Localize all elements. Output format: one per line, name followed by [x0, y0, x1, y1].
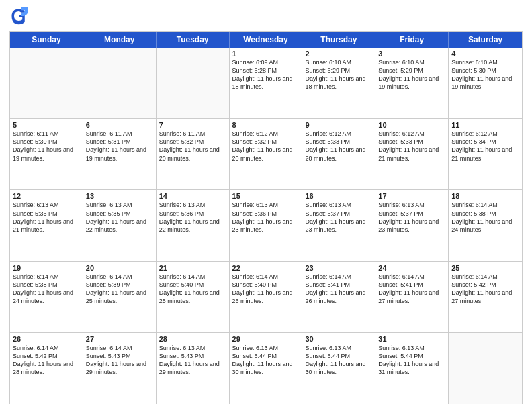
calendar-week-4: 19Sunrise: 6:14 AM Sunset: 5:38 PM Dayli… [10, 262, 522, 333]
day-number: 21 [159, 264, 226, 272]
calendar-day-10: 10Sunrise: 6:12 AM Sunset: 5:33 PM Dayli… [375, 119, 449, 189]
calendar-day-14: 14Sunrise: 6:13 AM Sunset: 5:36 PM Dayli… [157, 190, 230, 261]
day-info: Sunrise: 6:09 AM Sunset: 5:28 PM Dayligh… [232, 58, 300, 91]
calendar-day-21: 21Sunrise: 6:14 AM Sunset: 5:40 PM Dayli… [157, 262, 230, 332]
day-info: Sunrise: 6:13 AM Sunset: 5:44 PM Dayligh… [305, 344, 372, 377]
day-number: 7 [159, 121, 226, 129]
day-info: Sunrise: 6:14 AM Sunset: 5:39 PM Dayligh… [86, 273, 153, 306]
day-header-wednesday: Wednesday [230, 32, 303, 48]
calendar-day-30: 30Sunrise: 6:13 AM Sunset: 5:44 PM Dayli… [302, 333, 375, 404]
day-info: Sunrise: 6:14 AM Sunset: 5:41 PM Dayligh… [305, 273, 372, 306]
day-number: 22 [232, 264, 300, 272]
day-number: 10 [378, 121, 445, 129]
day-number: 2 [305, 50, 372, 58]
day-header-saturday: Saturday [449, 32, 522, 48]
day-info: Sunrise: 6:13 AM Sunset: 5:35 PM Dayligh… [13, 201, 80, 234]
calendar-day-19: 19Sunrise: 6:14 AM Sunset: 5:38 PM Dayli… [10, 262, 83, 332]
day-info: Sunrise: 6:14 AM Sunset: 5:40 PM Dayligh… [232, 273, 300, 306]
calendar-week-5: 26Sunrise: 6:14 AM Sunset: 5:42 PM Dayli… [10, 333, 522, 404]
day-number: 11 [451, 121, 519, 129]
day-header-thursday: Thursday [302, 32, 375, 48]
calendar-empty-cell [10, 48, 83, 118]
day-info: Sunrise: 6:11 AM Sunset: 5:31 PM Dayligh… [86, 130, 153, 163]
calendar-day-16: 16Sunrise: 6:13 AM Sunset: 5:37 PM Dayli… [302, 190, 375, 261]
day-info: Sunrise: 6:14 AM Sunset: 5:40 PM Dayligh… [159, 273, 226, 306]
calendar: SundayMondayTuesdayWednesdayThursdayFrid… [9, 31, 523, 404]
calendar-day-11: 11Sunrise: 6:12 AM Sunset: 5:34 PM Dayli… [449, 119, 522, 189]
calendar-day-15: 15Sunrise: 6:13 AM Sunset: 5:36 PM Dayli… [230, 190, 303, 261]
calendar-day-20: 20Sunrise: 6:14 AM Sunset: 5:39 PM Dayli… [83, 262, 157, 332]
calendar-empty-cell [449, 333, 522, 404]
calendar-empty-cell [83, 48, 157, 118]
calendar-day-8: 8Sunrise: 6:12 AM Sunset: 5:32 PM Daylig… [230, 119, 303, 189]
calendar-day-2: 2Sunrise: 6:10 AM Sunset: 5:29 PM Daylig… [302, 48, 375, 118]
day-number: 31 [378, 335, 445, 343]
calendar-day-27: 27Sunrise: 6:14 AM Sunset: 5:43 PM Dayli… [83, 333, 157, 404]
day-number: 26 [13, 335, 80, 343]
day-number: 4 [451, 50, 519, 58]
day-number: 8 [232, 121, 300, 129]
logo [9, 7, 31, 26]
day-number: 12 [13, 192, 80, 200]
calendar-day-17: 17Sunrise: 6:13 AM Sunset: 5:37 PM Dayli… [375, 190, 449, 261]
day-number: 28 [159, 335, 226, 343]
day-info: Sunrise: 6:14 AM Sunset: 5:38 PM Dayligh… [451, 201, 519, 234]
calendar-day-29: 29Sunrise: 6:13 AM Sunset: 5:44 PM Dayli… [230, 333, 303, 404]
calendar-day-4: 4Sunrise: 6:10 AM Sunset: 5:30 PM Daylig… [449, 48, 522, 118]
day-info: Sunrise: 6:13 AM Sunset: 5:44 PM Dayligh… [378, 344, 445, 377]
day-number: 27 [86, 335, 153, 343]
calendar-day-28: 28Sunrise: 6:13 AM Sunset: 5:43 PM Dayli… [157, 333, 230, 404]
logo-icon [9, 7, 28, 26]
day-number: 24 [378, 264, 445, 272]
day-info: Sunrise: 6:13 AM Sunset: 5:44 PM Dayligh… [232, 344, 300, 377]
day-info: Sunrise: 6:13 AM Sunset: 5:36 PM Dayligh… [232, 201, 300, 234]
day-header-tuesday: Tuesday [157, 32, 230, 48]
day-header-sunday: Sunday [10, 32, 83, 48]
day-info: Sunrise: 6:14 AM Sunset: 5:42 PM Dayligh… [13, 344, 80, 377]
day-number: 16 [305, 192, 372, 200]
day-info: Sunrise: 6:10 AM Sunset: 5:29 PM Dayligh… [378, 58, 445, 91]
day-info: Sunrise: 6:10 AM Sunset: 5:29 PM Dayligh… [305, 58, 372, 91]
calendar-body: 1Sunrise: 6:09 AM Sunset: 5:28 PM Daylig… [10, 48, 522, 404]
day-header-monday: Monday [83, 32, 157, 48]
calendar-day-18: 18Sunrise: 6:14 AM Sunset: 5:38 PM Dayli… [449, 190, 522, 261]
day-info: Sunrise: 6:13 AM Sunset: 5:37 PM Dayligh… [378, 201, 445, 234]
day-number: 1 [232, 50, 300, 58]
calendar-day-1: 1Sunrise: 6:09 AM Sunset: 5:28 PM Daylig… [230, 48, 303, 118]
day-info: Sunrise: 6:11 AM Sunset: 5:32 PM Dayligh… [159, 130, 226, 163]
day-info: Sunrise: 6:12 AM Sunset: 5:34 PM Dayligh… [451, 130, 519, 163]
day-number: 14 [159, 192, 226, 200]
header [9, 7, 523, 26]
day-number: 19 [13, 264, 80, 272]
calendar-day-6: 6Sunrise: 6:11 AM Sunset: 5:31 PM Daylig… [83, 119, 157, 189]
day-number: 15 [232, 192, 300, 200]
calendar-day-25: 25Sunrise: 6:14 AM Sunset: 5:42 PM Dayli… [449, 262, 522, 332]
day-number: 23 [305, 264, 372, 272]
day-header-friday: Friday [375, 32, 449, 48]
day-number: 6 [86, 121, 153, 129]
day-number: 17 [378, 192, 445, 200]
day-info: Sunrise: 6:14 AM Sunset: 5:42 PM Dayligh… [451, 273, 519, 306]
day-info: Sunrise: 6:13 AM Sunset: 5:43 PM Dayligh… [159, 344, 226, 377]
calendar-week-2: 5Sunrise: 6:11 AM Sunset: 5:30 PM Daylig… [10, 119, 522, 190]
day-number: 3 [378, 50, 445, 58]
day-info: Sunrise: 6:12 AM Sunset: 5:33 PM Dayligh… [305, 130, 372, 163]
calendar-day-26: 26Sunrise: 6:14 AM Sunset: 5:42 PM Dayli… [10, 333, 83, 404]
calendar-day-5: 5Sunrise: 6:11 AM Sunset: 5:30 PM Daylig… [10, 119, 83, 189]
calendar-header: SundayMondayTuesdayWednesdayThursdayFrid… [10, 32, 522, 48]
calendar-empty-cell [157, 48, 230, 118]
day-info: Sunrise: 6:14 AM Sunset: 5:38 PM Dayligh… [13, 273, 80, 306]
day-info: Sunrise: 6:14 AM Sunset: 5:41 PM Dayligh… [378, 273, 445, 306]
page: SundayMondayTuesdayWednesdayThursdayFrid… [0, 0, 532, 411]
day-info: Sunrise: 6:11 AM Sunset: 5:30 PM Dayligh… [13, 130, 80, 163]
day-number: 25 [451, 264, 519, 272]
calendar-day-13: 13Sunrise: 6:13 AM Sunset: 5:35 PM Dayli… [83, 190, 157, 261]
calendar-day-22: 22Sunrise: 6:14 AM Sunset: 5:40 PM Dayli… [230, 262, 303, 332]
calendar-day-3: 3Sunrise: 6:10 AM Sunset: 5:29 PM Daylig… [375, 48, 449, 118]
calendar-day-23: 23Sunrise: 6:14 AM Sunset: 5:41 PM Dayli… [302, 262, 375, 332]
day-number: 18 [451, 192, 519, 200]
calendar-week-3: 12Sunrise: 6:13 AM Sunset: 5:35 PM Dayli… [10, 190, 522, 261]
day-info: Sunrise: 6:12 AM Sunset: 5:33 PM Dayligh… [378, 130, 445, 163]
day-info: Sunrise: 6:14 AM Sunset: 5:43 PM Dayligh… [86, 344, 153, 377]
day-info: Sunrise: 6:10 AM Sunset: 5:30 PM Dayligh… [451, 58, 519, 91]
